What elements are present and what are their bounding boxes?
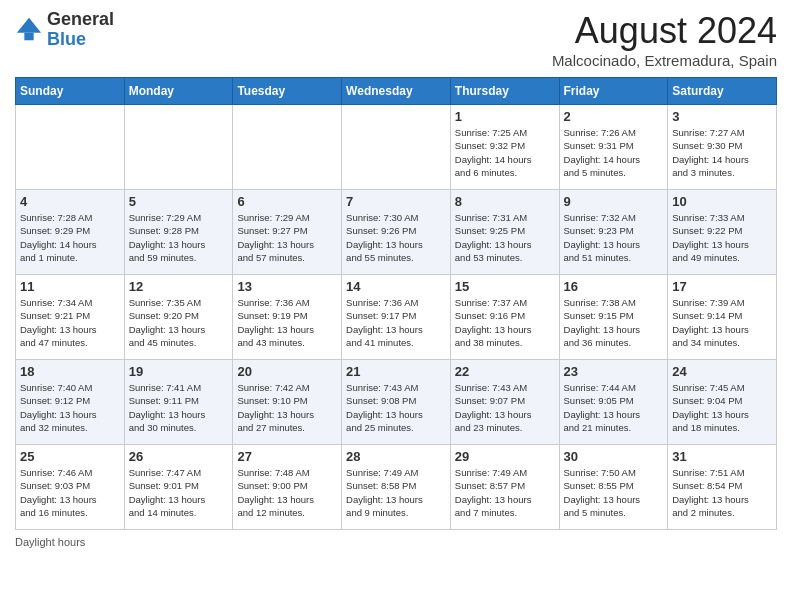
- calendar-cell: 17Sunrise: 7:39 AM Sunset: 9:14 PM Dayli…: [668, 275, 777, 360]
- day-number: 8: [455, 194, 555, 209]
- calendar-cell: 26Sunrise: 7:47 AM Sunset: 9:01 PM Dayli…: [124, 445, 233, 530]
- day-number: 16: [564, 279, 664, 294]
- day-info: Sunrise: 7:36 AM Sunset: 9:19 PM Dayligh…: [237, 296, 337, 349]
- day-number: 2: [564, 109, 664, 124]
- calendar-cell: 14Sunrise: 7:36 AM Sunset: 9:17 PM Dayli…: [342, 275, 451, 360]
- day-info: Sunrise: 7:25 AM Sunset: 9:32 PM Dayligh…: [455, 126, 555, 179]
- day-info: Sunrise: 7:38 AM Sunset: 9:15 PM Dayligh…: [564, 296, 664, 349]
- calendar-cell: 24Sunrise: 7:45 AM Sunset: 9:04 PM Dayli…: [668, 360, 777, 445]
- day-number: 6: [237, 194, 337, 209]
- calendar-cell: 11Sunrise: 7:34 AM Sunset: 9:21 PM Dayli…: [16, 275, 125, 360]
- month-title: August 2024: [552, 10, 777, 52]
- calendar-week-row: 11Sunrise: 7:34 AM Sunset: 9:21 PM Dayli…: [16, 275, 777, 360]
- calendar-cell: 18Sunrise: 7:40 AM Sunset: 9:12 PM Dayli…: [16, 360, 125, 445]
- calendar-cell: 4Sunrise: 7:28 AM Sunset: 9:29 PM Daylig…: [16, 190, 125, 275]
- daylight-note: Daylight hours: [15, 536, 85, 548]
- day-info: Sunrise: 7:33 AM Sunset: 9:22 PM Dayligh…: [672, 211, 772, 264]
- day-info: Sunrise: 7:50 AM Sunset: 8:55 PM Dayligh…: [564, 466, 664, 519]
- day-number: 5: [129, 194, 229, 209]
- calendar-cell: 16Sunrise: 7:38 AM Sunset: 9:15 PM Dayli…: [559, 275, 668, 360]
- day-number: 1: [455, 109, 555, 124]
- day-number: 11: [20, 279, 120, 294]
- calendar-week-row: 1Sunrise: 7:25 AM Sunset: 9:32 PM Daylig…: [16, 105, 777, 190]
- calendar-cell: 31Sunrise: 7:51 AM Sunset: 8:54 PM Dayli…: [668, 445, 777, 530]
- day-number: 22: [455, 364, 555, 379]
- column-header-sunday: Sunday: [16, 78, 125, 105]
- day-number: 15: [455, 279, 555, 294]
- location: Malcocinado, Extremadura, Spain: [552, 52, 777, 69]
- day-info: Sunrise: 7:31 AM Sunset: 9:25 PM Dayligh…: [455, 211, 555, 264]
- calendar-cell: 2Sunrise: 7:26 AM Sunset: 9:31 PM Daylig…: [559, 105, 668, 190]
- footer-note: Daylight hours: [15, 536, 777, 548]
- day-info: Sunrise: 7:29 AM Sunset: 9:27 PM Dayligh…: [237, 211, 337, 264]
- day-number: 29: [455, 449, 555, 464]
- calendar-cell: [16, 105, 125, 190]
- logo-blue-text: Blue: [47, 30, 114, 50]
- day-info: Sunrise: 7:36 AM Sunset: 9:17 PM Dayligh…: [346, 296, 446, 349]
- day-number: 21: [346, 364, 446, 379]
- title-area: August 2024 Malcocinado, Extremadura, Sp…: [552, 10, 777, 69]
- calendar-cell: 3Sunrise: 7:27 AM Sunset: 9:30 PM Daylig…: [668, 105, 777, 190]
- calendar-cell: 15Sunrise: 7:37 AM Sunset: 9:16 PM Dayli…: [450, 275, 559, 360]
- calendar-cell: 12Sunrise: 7:35 AM Sunset: 9:20 PM Dayli…: [124, 275, 233, 360]
- day-number: 26: [129, 449, 229, 464]
- day-number: 30: [564, 449, 664, 464]
- calendar-cell: 1Sunrise: 7:25 AM Sunset: 9:32 PM Daylig…: [450, 105, 559, 190]
- day-number: 27: [237, 449, 337, 464]
- day-info: Sunrise: 7:30 AM Sunset: 9:26 PM Dayligh…: [346, 211, 446, 264]
- day-info: Sunrise: 7:29 AM Sunset: 9:28 PM Dayligh…: [129, 211, 229, 264]
- calendar-cell: 25Sunrise: 7:46 AM Sunset: 9:03 PM Dayli…: [16, 445, 125, 530]
- column-header-thursday: Thursday: [450, 78, 559, 105]
- day-number: 10: [672, 194, 772, 209]
- day-number: 13: [237, 279, 337, 294]
- day-number: 31: [672, 449, 772, 464]
- day-info: Sunrise: 7:42 AM Sunset: 9:10 PM Dayligh…: [237, 381, 337, 434]
- calendar-cell: 10Sunrise: 7:33 AM Sunset: 9:22 PM Dayli…: [668, 190, 777, 275]
- day-info: Sunrise: 7:48 AM Sunset: 9:00 PM Dayligh…: [237, 466, 337, 519]
- calendar-cell: 13Sunrise: 7:36 AM Sunset: 9:19 PM Dayli…: [233, 275, 342, 360]
- column-header-friday: Friday: [559, 78, 668, 105]
- logo: General Blue: [15, 10, 114, 50]
- day-info: Sunrise: 7:43 AM Sunset: 9:08 PM Dayligh…: [346, 381, 446, 434]
- day-info: Sunrise: 7:46 AM Sunset: 9:03 PM Dayligh…: [20, 466, 120, 519]
- calendar-week-row: 25Sunrise: 7:46 AM Sunset: 9:03 PM Dayli…: [16, 445, 777, 530]
- day-info: Sunrise: 7:35 AM Sunset: 9:20 PM Dayligh…: [129, 296, 229, 349]
- day-info: Sunrise: 7:34 AM Sunset: 9:21 PM Dayligh…: [20, 296, 120, 349]
- day-info: Sunrise: 7:28 AM Sunset: 9:29 PM Dayligh…: [20, 211, 120, 264]
- calendar-table: SundayMondayTuesdayWednesdayThursdayFrid…: [15, 77, 777, 530]
- day-info: Sunrise: 7:27 AM Sunset: 9:30 PM Dayligh…: [672, 126, 772, 179]
- day-info: Sunrise: 7:41 AM Sunset: 9:11 PM Dayligh…: [129, 381, 229, 434]
- day-number: 18: [20, 364, 120, 379]
- day-info: Sunrise: 7:47 AM Sunset: 9:01 PM Dayligh…: [129, 466, 229, 519]
- day-number: 24: [672, 364, 772, 379]
- day-number: 23: [564, 364, 664, 379]
- logo-general-text: General: [47, 10, 114, 30]
- day-number: 20: [237, 364, 337, 379]
- calendar-cell: 5Sunrise: 7:29 AM Sunset: 9:28 PM Daylig…: [124, 190, 233, 275]
- calendar-cell: 9Sunrise: 7:32 AM Sunset: 9:23 PM Daylig…: [559, 190, 668, 275]
- page-header: General Blue August 2024 Malcocinado, Ex…: [15, 10, 777, 69]
- day-info: Sunrise: 7:51 AM Sunset: 8:54 PM Dayligh…: [672, 466, 772, 519]
- day-info: Sunrise: 7:44 AM Sunset: 9:05 PM Dayligh…: [564, 381, 664, 434]
- day-number: 7: [346, 194, 446, 209]
- column-header-tuesday: Tuesday: [233, 78, 342, 105]
- day-info: Sunrise: 7:49 AM Sunset: 8:58 PM Dayligh…: [346, 466, 446, 519]
- calendar-cell: 30Sunrise: 7:50 AM Sunset: 8:55 PM Dayli…: [559, 445, 668, 530]
- day-info: Sunrise: 7:45 AM Sunset: 9:04 PM Dayligh…: [672, 381, 772, 434]
- column-header-saturday: Saturday: [668, 78, 777, 105]
- logo-icon: [15, 16, 43, 44]
- day-info: Sunrise: 7:40 AM Sunset: 9:12 PM Dayligh…: [20, 381, 120, 434]
- day-info: Sunrise: 7:32 AM Sunset: 9:23 PM Dayligh…: [564, 211, 664, 264]
- day-info: Sunrise: 7:39 AM Sunset: 9:14 PM Dayligh…: [672, 296, 772, 349]
- calendar-cell: 22Sunrise: 7:43 AM Sunset: 9:07 PM Dayli…: [450, 360, 559, 445]
- calendar-cell: 27Sunrise: 7:48 AM Sunset: 9:00 PM Dayli…: [233, 445, 342, 530]
- calendar-week-row: 18Sunrise: 7:40 AM Sunset: 9:12 PM Dayli…: [16, 360, 777, 445]
- calendar-week-row: 4Sunrise: 7:28 AM Sunset: 9:29 PM Daylig…: [16, 190, 777, 275]
- day-number: 25: [20, 449, 120, 464]
- day-number: 19: [129, 364, 229, 379]
- day-number: 17: [672, 279, 772, 294]
- calendar-cell: 21Sunrise: 7:43 AM Sunset: 9:08 PM Dayli…: [342, 360, 451, 445]
- svg-rect-1: [24, 33, 33, 40]
- calendar-cell: 29Sunrise: 7:49 AM Sunset: 8:57 PM Dayli…: [450, 445, 559, 530]
- svg-marker-0: [17, 18, 41, 33]
